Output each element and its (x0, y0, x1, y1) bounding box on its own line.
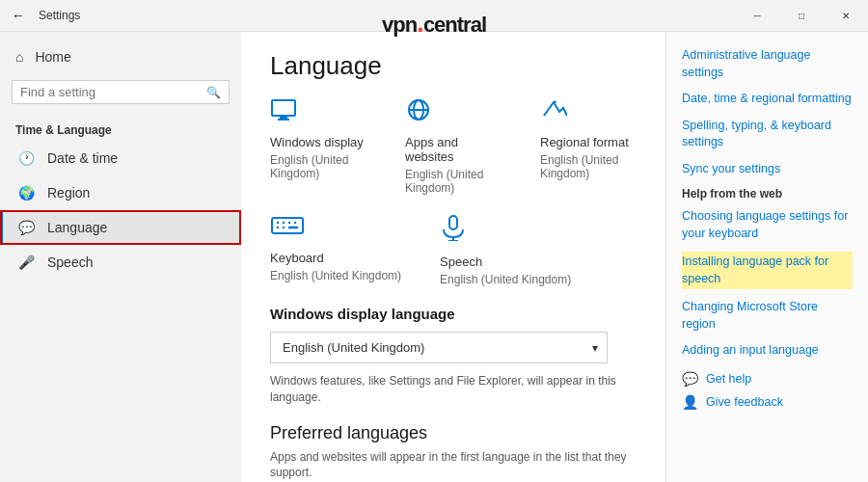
language-icon: 💬 (18, 220, 34, 235)
get-help-icon: 💬 (682, 371, 698, 387)
language-label: Language (47, 220, 107, 235)
speech-icon: 🎤 (18, 254, 34, 270)
svg-rect-0 (272, 100, 295, 116)
content-area: Language Windows display English (United… (241, 32, 665, 482)
date-time-regional-link[interactable]: Date, time & regional formatting (682, 91, 853, 108)
sidebar-section-label: Time & Language (0, 116, 241, 141)
regional-format-sublabel: English (United Kingdom) (540, 153, 637, 180)
lang-icons-row-1: Windows display English (United Kingdom)… (270, 98, 637, 195)
bottom-links: 💬 Get help 👤 Give feedback (682, 371, 853, 410)
svg-rect-1 (280, 117, 287, 119)
preferred-desc: Apps and websites will appear in the fir… (270, 449, 637, 482)
display-lang-heading: Windows display language (270, 306, 637, 322)
give-feedback-label: Give feedback (706, 395, 783, 409)
svg-rect-2 (278, 119, 289, 120)
adding-input-link[interactable]: Adding an input language (682, 342, 853, 360)
display-lang-desc: Windows features, like Settings and File… (270, 373, 637, 406)
windows-display-item[interactable]: Windows display English (United Kingdom) (270, 98, 366, 195)
sidebar-item-speech[interactable]: 🎤 Speech (0, 245, 241, 280)
sync-settings-link[interactable]: Sync your settings (682, 161, 853, 178)
apps-websites-sublabel: English (United Kingdom) (405, 168, 502, 195)
search-box[interactable]: 🔍 (12, 80, 230, 104)
search-input[interactable] (20, 85, 201, 99)
date-time-label: Date & time (47, 150, 118, 166)
svg-rect-6 (272, 218, 303, 233)
titlebar-title: Settings (39, 9, 80, 22)
windows-display-sublabel: English (United Kingdom) (270, 153, 366, 180)
date-time-icon: 🕐 (18, 150, 34, 166)
preferred-heading: Preferred languages (270, 423, 637, 443)
sidebar-item-region[interactable]: 🌍 Region (0, 175, 241, 210)
windows-display-icon (270, 98, 297, 127)
speech-item[interactable]: Speech English (United Kingdom) (440, 214, 571, 286)
apps-websites-label: Apps and websites (405, 135, 502, 164)
right-panel: Administrative language settings Date, t… (665, 32, 868, 482)
speech-label-content: Speech (440, 254, 482, 269)
regional-format-icon (540, 98, 567, 127)
lang-icons-row-2: Keyboard English (United Kingdom) Speech… (270, 214, 637, 286)
region-icon: 🌍 (18, 185, 34, 201)
page-title: Language (270, 51, 637, 81)
help-section-label: Help from the web (682, 187, 853, 201)
choosing-lang-link[interactable]: Choosing language settings for your keyb… (682, 208, 853, 242)
regional-format-label: Regional format (540, 135, 629, 149)
home-label: Home (35, 49, 70, 65)
speech-icon-content (440, 214, 467, 247)
spelling-typing-link[interactable]: Spelling, typing, & keyboard settings (682, 118, 853, 151)
display-lang-dropdown[interactable]: English (United Kingdom) (270, 332, 608, 363)
titlebar-left: ← Settings (12, 8, 80, 23)
keyboard-item[interactable]: Keyboard English (United Kingdom) (270, 214, 401, 286)
sidebar-item-date-time[interactable]: 🕐 Date & time (0, 141, 241, 175)
sidebar: ⌂ Home 🔍 Time & Language 🕐 Date & time 🌍… (0, 32, 241, 482)
keyboard-sublabel: English (United Kingdom) (270, 269, 401, 282)
minimize-button[interactable]: ─ (735, 0, 779, 31)
keyboard-icon (270, 214, 305, 243)
svg-rect-14 (449, 216, 457, 229)
keyboard-label: Keyboard (270, 251, 324, 265)
windows-display-label: Windows display (270, 135, 364, 149)
sidebar-item-language[interactable]: 💬 Language (0, 210, 241, 245)
titlebar: ← Settings ─ □ ✕ (0, 0, 868, 31)
apps-websites-item[interactable]: Apps and websites English (United Kingdo… (405, 98, 502, 195)
close-button[interactable]: ✕ (824, 0, 868, 31)
changing-ms-link[interactable]: Changing Microsoft Store region (682, 299, 853, 333)
titlebar-controls: ─ □ ✕ (735, 0, 868, 31)
admin-lang-link[interactable]: Administrative language settings (682, 47, 853, 81)
maximize-button[interactable]: □ (779, 0, 824, 31)
home-icon: ⌂ (15, 49, 23, 65)
get-help-label: Get help (706, 372, 751, 386)
speech-label: Speech (47, 254, 93, 270)
sidebar-item-home[interactable]: ⌂ Home (0, 40, 241, 74)
speech-sublabel: English (United Kingdom) (440, 273, 571, 286)
get-help-link[interactable]: 💬 Get help (682, 371, 853, 387)
search-icon: 🔍 (206, 86, 221, 99)
apps-websites-icon (405, 98, 432, 127)
installing-lang-link[interactable]: Installing language pack for speech (682, 252, 853, 289)
display-lang-select[interactable]: English (United Kingdom) (270, 332, 608, 363)
give-feedback-link[interactable]: 👤 Give feedback (682, 394, 853, 410)
region-label: Region (47, 185, 90, 201)
main-window: ⌂ Home 🔍 Time & Language 🕐 Date & time 🌍… (0, 31, 868, 482)
give-feedback-icon: 👤 (682, 394, 698, 410)
back-button[interactable]: ← (12, 8, 25, 23)
regional-format-item[interactable]: Regional format English (United Kingdom) (540, 98, 637, 195)
